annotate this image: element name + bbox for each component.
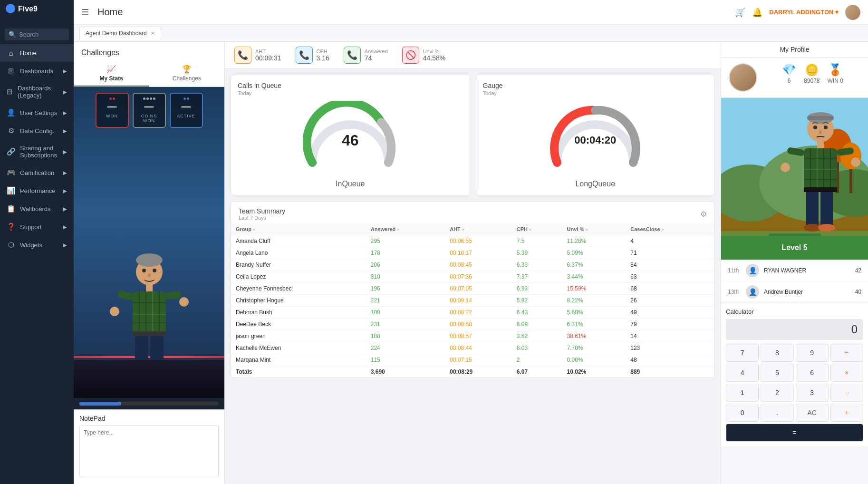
row-answered: 221 [366, 295, 445, 307]
row-unvl: 5.68% [562, 307, 626, 319]
stat-cph: 📞 CPH 3.16 [296, 47, 329, 64]
user-name[interactable]: DARRYL ADDINGTON ▾ [769, 9, 839, 16]
col-aht[interactable]: AHT ▾ [445, 223, 511, 235]
calc-btn-[interactable]: − [830, 384, 863, 402]
row-answered: 231 [366, 319, 445, 330]
calc-btn-2[interactable]: 2 [761, 384, 793, 402]
calls-in-queue-subtitle: Today [238, 90, 463, 96]
calc-btn-1[interactable]: 1 [726, 384, 759, 402]
sidebar-label-wallboards: Wallboards [20, 205, 51, 213]
row-answered: 196 [366, 283, 445, 295]
row-aht: 00:08:57 [445, 330, 511, 342]
data-config-icon: ⚙ [7, 126, 15, 135]
user-settings-arrow: ▶ [63, 110, 67, 116]
sidebar-item-data-config[interactable]: ⚙ Data Config. ▶ [0, 122, 74, 140]
profile-header: My Profile [721, 42, 868, 58]
sidebar-label-user-settings: User Settings [20, 109, 57, 116]
calc-btn-AC[interactable]: AC [796, 404, 829, 422]
row-group: Amanda Cluff [231, 235, 366, 247]
lb-name-13: Andrew Buntjer [764, 289, 850, 295]
answered-info: Answered 74 [365, 48, 388, 62]
calc-btn-9[interactable]: 9 [796, 344, 829, 362]
search-box[interactable]: 🔍 Search [5, 29, 69, 40]
lb-score-11: 42 [855, 267, 861, 274]
calc-btn-[interactable]: × [830, 364, 863, 382]
sidebar-item-user-settings[interactable]: 👤 User Settings ▶ [0, 104, 74, 122]
challenges-tab-my-stats[interactable]: 📈 My Stats [74, 61, 149, 87]
sharing-arrow: ▶ [63, 149, 67, 155]
tab-agent-demo[interactable]: Agent Demo Dashboard ✕ [79, 27, 161, 40]
row-cases: 63 [626, 271, 714, 283]
calc-btn-4[interactable]: 4 [726, 364, 759, 382]
sidebar-item-sharing[interactable]: 🔗 Sharing and Subscriptions ▶ [0, 140, 74, 164]
svg-point-5 [153, 269, 156, 272]
menu-icon[interactable]: ☰ [81, 7, 89, 18]
sidebar-item-support[interactable]: ❓ Support ▶ [0, 218, 74, 236]
calc-btn-[interactable]: ÷ [830, 344, 863, 362]
top-header: ☰ Home 🛒 🔔 DARRYL ADDINGTON ▾ [74, 0, 868, 25]
row-cph: 5.82 [512, 295, 562, 307]
calc-btn-5[interactable]: 5 [761, 364, 793, 382]
cases-sort-icon: ▾ [662, 227, 664, 232]
tab-close-icon[interactable]: ✕ [151, 30, 155, 37]
main-area: ☰ Home 🛒 🔔 DARRYL ADDINGTON ▾ Agent Demo… [74, 0, 868, 484]
table-row: Christopher Hogue 221 00:09:14 5.82 8.22… [231, 295, 714, 307]
calc-btn-[interactable]: + [830, 404, 863, 422]
col-answered[interactable]: Answered ▾ [366, 223, 445, 235]
challenges-tab-icon: 🏆 [182, 65, 192, 74]
avatar-section: — WON — COINS WON [74, 87, 224, 398]
won-dot-1 [109, 97, 112, 100]
stats-bar: 📞 AHT 00:09:31 📞 CPH 3.16 [225, 42, 721, 69]
row-cph: 6.43 [512, 307, 562, 319]
answered-label: Answered [365, 48, 388, 54]
level-platform: Level 5 [721, 236, 868, 260]
calc-btn-8[interactable]: 8 [761, 344, 793, 362]
sidebar-item-dashboards-legacy[interactable]: ⊟ Dashboards (Legacy) ▶ [0, 80, 74, 104]
sidebar: Five9 🔍 Search ⌂ Home ⊞ Dashboards ▶ ⊟ D… [0, 0, 74, 484]
svg-text:Five9: Five9 [18, 5, 38, 13]
stats-badges: — WON — COINS WON [96, 93, 203, 128]
col-group[interactable]: Group ▾ [231, 223, 366, 235]
calc-btn-[interactable]: . [761, 404, 793, 422]
progress-bar-area [74, 398, 224, 409]
user-settings-icon: 👤 [7, 108, 15, 117]
avatar[interactable] [845, 5, 860, 20]
sidebar-label-gamification: Gamification [20, 169, 54, 176]
progress-bar [79, 402, 219, 406]
data-config-arrow: ▶ [63, 128, 67, 134]
challenges-tab-challenges[interactable]: 🏆 Challenges [149, 61, 225, 87]
row-aht: 00:08:45 [445, 259, 511, 271]
svg-point-6 [148, 273, 151, 277]
sidebar-item-dashboards[interactable]: ⊞ Dashboards ▶ [0, 62, 74, 80]
gem-coin: 🪙 89078 [804, 63, 820, 84]
sidebar-item-gamification[interactable]: 🎮 Gamification ▶ [0, 164, 74, 182]
svg-rect-22 [133, 331, 166, 336]
calc-btn-6[interactable]: 6 [796, 364, 829, 382]
cart-icon[interactable]: 🛒 [735, 7, 745, 18]
row-unvl: 5.09% [562, 247, 626, 259]
calc-btn-[interactable]: = [726, 424, 863, 442]
team-settings-icon[interactable]: ⚙ [700, 210, 707, 219]
notepad-textarea[interactable] [79, 425, 219, 477]
calc-btn-0[interactable]: 0 [726, 404, 759, 422]
calc-btn-3[interactable]: 3 [796, 384, 829, 402]
sidebar-item-wallboards[interactable]: 📋 Wallboards ▶ [0, 200, 74, 218]
totals-unvl: 10.02% [562, 366, 626, 378]
diamond-value: 6 [788, 77, 791, 84]
coins-dot-4 [153, 97, 155, 100]
col-unvl[interactable]: Unvl % ▾ [562, 223, 626, 235]
unvl-icon: 🚫 [405, 50, 416, 60]
calc-btn-7[interactable]: 7 [726, 344, 759, 362]
cph-sort-icon: ▾ [529, 227, 531, 232]
sidebar-item-performance[interactable]: 📊 Performance ▶ [0, 182, 74, 200]
col-cph[interactable]: CPH ▾ [512, 223, 562, 235]
row-answered: 310 [366, 271, 445, 283]
totals-cph: 6.07 [512, 366, 562, 378]
sidebar-item-home[interactable]: ⌂ Home [0, 44, 74, 62]
sidebar-item-widgets[interactable]: ⬡ Widgets ▶ [0, 236, 74, 254]
bell-icon[interactable]: 🔔 [752, 7, 762, 18]
won-label: WON [102, 114, 122, 118]
dashboards-icon: ⊞ [7, 67, 15, 75]
col-cases[interactable]: CasesClose ▾ [626, 223, 714, 235]
tab-bar: Agent Demo Dashboard ✕ [74, 25, 868, 42]
